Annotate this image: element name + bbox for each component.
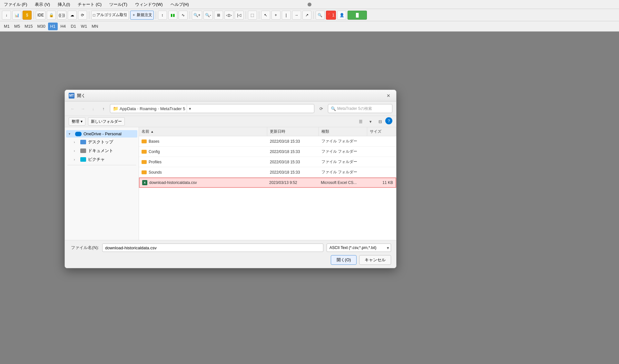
- search-box[interactable]: 🔍 MetaTrader 5の検索: [328, 104, 392, 113]
- filetype-select[interactable]: ASCII Text (*.csv,*.prn,*.txt): [327, 244, 391, 252]
- address-chevron[interactable]: ▾: [187, 104, 193, 113]
- refresh-icon[interactable]: ⟳: [78, 11, 87, 20]
- refresh-button[interactable]: ⟳: [317, 104, 325, 113]
- notification-icon[interactable]: 🔴1: [326, 11, 336, 20]
- lock-icon[interactable]: 🔒: [47, 11, 56, 20]
- file-type-sounds: ファイル フォルダー: [319, 169, 367, 175]
- nav-back-button[interactable]: ←: [69, 105, 76, 112]
- dialog-footer: ファイル名(N): ASCII Text (*.csv,*.prn,*.txt)…: [65, 240, 396, 268]
- cancel-button[interactable]: キャンセル: [359, 255, 391, 265]
- file-row-profiles[interactable]: Profiles 2022/03/18 15:33 ファイル フォルダー: [139, 157, 396, 167]
- organize-chevron-icon: ▾: [81, 119, 83, 124]
- new-folder-button[interactable]: 新しいフォルダー: [88, 117, 125, 126]
- sep6: [259, 11, 259, 19]
- folder-icon-config: [142, 150, 147, 154]
- sep3: [156, 11, 156, 19]
- file-type-csv: Microsoft Excel CS...: [318, 180, 367, 185]
- file-list-body: Bases 2022/03/18 15:33 ファイル フォルダー Config…: [139, 136, 396, 240]
- nav-forward-button[interactable]: →: [79, 105, 87, 112]
- vline-icon[interactable]: |: [282, 11, 291, 20]
- search-button[interactable]: 🔍: [316, 11, 325, 20]
- dialog-close-button[interactable]: ✕: [385, 92, 392, 100]
- file-date-csv: 2023/03/13 9:52: [267, 180, 318, 185]
- filename-sounds: Sounds: [149, 170, 162, 175]
- menu-window[interactable]: ウィンドウ(W): [134, 1, 164, 8]
- zoom-in-icon[interactable]: 🔍+: [192, 11, 202, 20]
- line-chart-icon[interactable]: ∿: [179, 11, 188, 20]
- sep7: [313, 11, 314, 19]
- file-date-profiles: 2022/03/18 15:33: [267, 160, 319, 164]
- file-row-sounds[interactable]: Sounds 2022/03/18 15:33 ファイル フォルダー: [139, 167, 396, 177]
- tf-m30[interactable]: M30: [35, 23, 47, 30]
- chart-icon[interactable]: 📊: [12, 11, 21, 20]
- trendline-icon[interactable]: ↗: [302, 11, 311, 20]
- cloud-icon[interactable]: ☁: [68, 11, 77, 20]
- col-header-date[interactable]: 更新日時: [267, 127, 319, 136]
- algo-trading-button[interactable]: □アルゴリズム取引: [91, 11, 129, 20]
- list-view-button[interactable]: ☰: [356, 117, 365, 126]
- col-header-type[interactable]: 種類: [319, 127, 367, 136]
- tf-w1[interactable]: W1: [79, 23, 89, 30]
- file-date-config: 2022/03/18 15:33: [267, 149, 319, 154]
- menu-chart[interactable]: チャート (C): [76, 1, 103, 8]
- chart-type-dropdown[interactable]: ↓: [2, 11, 11, 20]
- file-row-config[interactable]: Config 2022/03/18 15:33 ファイル フォルダー: [139, 147, 396, 157]
- organize-button[interactable]: 整理 ▾: [69, 117, 85, 126]
- menu-file[interactable]: ファイル (F): [3, 1, 28, 8]
- tf-h1[interactable]: H1: [48, 23, 58, 30]
- hline-icon[interactable]: →: [292, 11, 301, 20]
- open-button[interactable]: 開く(O): [331, 255, 357, 265]
- new-order-button[interactable]: ＋新規注文: [130, 11, 154, 20]
- menu-help[interactable]: ヘルプ(H): [169, 1, 190, 8]
- sidebar-item-onedrive[interactable]: ▾ OneDrive - Personal: [66, 130, 137, 138]
- tf-m1[interactable]: M1: [2, 23, 12, 30]
- scroll-end-icon[interactable]: |◁: [235, 11, 244, 20]
- nav-up-button[interactable]: ↑: [100, 105, 107, 112]
- col-header-name[interactable]: 名前 ▲: [139, 127, 267, 136]
- tf-d1[interactable]: D1: [69, 23, 78, 30]
- ide-button[interactable]: IDE: [36, 11, 45, 20]
- dollar-icon[interactable]: $: [23, 11, 32, 20]
- radio-icon[interactable]: ((·)): [57, 11, 66, 20]
- sidebar-item-pictures[interactable]: › ピクチャ: [66, 155, 137, 164]
- menu-insert[interactable]: 挿入(I): [56, 1, 71, 8]
- help-button[interactable]: ?: [385, 117, 392, 124]
- filetype-select-wrapper[interactable]: ASCII Text (*.csv,*.prn,*.txt): [327, 244, 391, 252]
- cursor-icon[interactable]: ↖: [261, 11, 270, 20]
- crosshair-icon[interactable]: ↕: [158, 11, 167, 20]
- crosshair2-icon[interactable]: +: [271, 11, 280, 20]
- tf-m15[interactable]: M15: [23, 23, 34, 30]
- col-header-size[interactable]: サイズ: [367, 127, 396, 136]
- address-breadcrumb-box[interactable]: 📁 AppData › Roaming › MetaTrader 5 ▾: [110, 104, 314, 113]
- bar-chart-icon[interactable]: ▮▮: [168, 11, 177, 20]
- breadcrumb-appdata[interactable]: AppData: [120, 106, 136, 111]
- details-view-button[interactable]: ⊟: [376, 117, 385, 126]
- screenshot-icon[interactable]: ⬚: [248, 11, 257, 20]
- filename-bases: Bases: [149, 139, 159, 144]
- nav-down-button[interactable]: ↓: [89, 105, 97, 112]
- zoom-out-icon[interactable]: 🔍-: [203, 11, 213, 20]
- sidebar-separator: [67, 165, 136, 165]
- tf-h4[interactable]: H4: [58, 23, 68, 30]
- user-icon[interactable]: 👤: [337, 11, 346, 20]
- menu-view[interactable]: 表示 (V): [34, 1, 51, 8]
- breadcrumb-metatrader[interactable]: MetaTrader 5: [160, 106, 185, 111]
- filename-input[interactable]: [102, 244, 323, 252]
- breadcrumb-roaming[interactable]: Roaming: [140, 106, 156, 111]
- menu-tools[interactable]: ツール(T): [108, 1, 129, 8]
- grid-icon[interactable]: ⊞: [214, 11, 223, 20]
- file-row-bases[interactable]: Bases 2022/03/18 15:33 ファイル フォルダー: [139, 136, 396, 147]
- sidebar-item-documents[interactable]: › ドキュメント: [66, 147, 137, 155]
- search-icon: 🔍: [331, 106, 336, 111]
- dialog-app-icon: MT: [69, 93, 74, 99]
- scroll-left-icon[interactable]: ◁▷: [224, 11, 233, 20]
- file-date-sounds: 2022/03/18 15:33: [267, 170, 319, 175]
- file-row-csv[interactable]: X download-historicaldata.csv 2023/03/13…: [139, 177, 396, 188]
- open-file-dialog: MT 開く ✕ ← → ↓ ↑ 📁 AppData › Roaming › Me…: [64, 90, 397, 268]
- folder-icon-sounds: [142, 170, 147, 174]
- sidebar-item-desktop[interactable]: › デスクトップ: [66, 138, 137, 146]
- tf-mn[interactable]: MN: [90, 23, 100, 30]
- view-dropdown-button[interactable]: ▾: [366, 117, 375, 126]
- tf-m5[interactable]: M5: [12, 23, 22, 30]
- status-green: █: [348, 11, 367, 20]
